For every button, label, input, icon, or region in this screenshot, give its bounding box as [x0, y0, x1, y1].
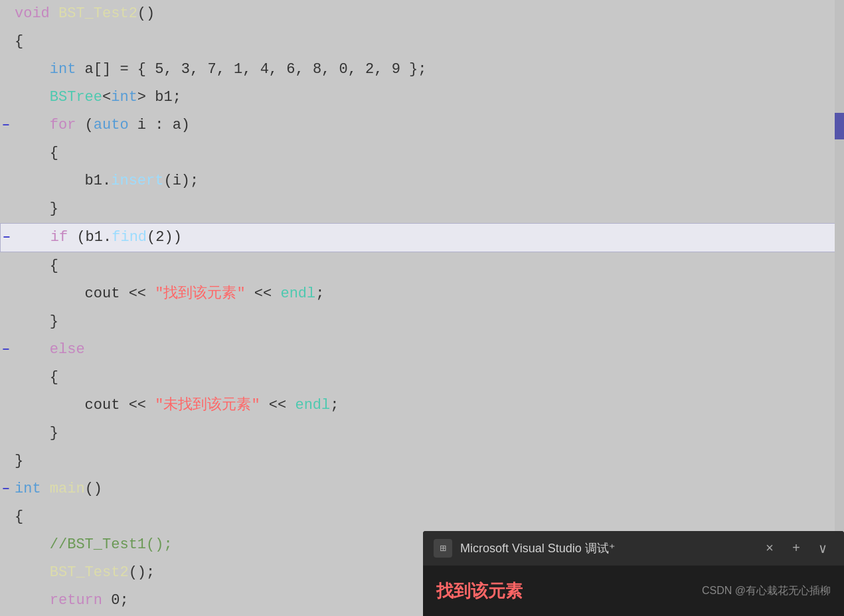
code-token: for — [50, 117, 76, 133]
code-line: } — [0, 447, 844, 475]
code-token — [15, 61, 50, 78]
line-content: { — [12, 29, 844, 54]
code-line: b1.insert(i); — [0, 167, 844, 195]
line-content: { — [12, 365, 844, 390]
code-token: > b1; — [137, 89, 181, 106]
line-content: b1.insert(i); — [12, 169, 844, 194]
code-line: − for (auto i : a) — [0, 112, 844, 139]
code-token: < — [102, 89, 111, 106]
code-token: (i); — [163, 173, 199, 189]
code-token: endl — [280, 285, 315, 302]
notification-add-button[interactable]: + — [786, 538, 807, 559]
line-gutter: − — [0, 343, 12, 356]
code-token — [15, 536, 50, 553]
code-token — [41, 481, 50, 497]
code-token: "找到该元素" — [155, 285, 245, 302]
code-token: (); — [129, 564, 155, 581]
line-gutter: − — [0, 119, 12, 132]
code-token: int — [111, 89, 137, 106]
code-token: () — [137, 5, 155, 22]
scrollbar-track[interactable] — [835, 0, 844, 616]
code-token: ( — [76, 117, 93, 133]
line-content: { — [12, 141, 844, 166]
code-token: //BST_Test1(); — [50, 536, 173, 553]
notification-header: ⊞ Microsoft Visual Studio 调试⁺ × + ∨ — [423, 531, 844, 566]
code-token: find — [112, 229, 147, 246]
code-token: ; — [315, 285, 324, 302]
code-line: cout << "找到该元素" << endl; — [0, 280, 844, 308]
code-line: { — [0, 252, 844, 280]
code-token: endl — [295, 397, 330, 414]
notification-icon: ⊞ — [434, 539, 452, 558]
code-token: (2)) — [147, 229, 182, 246]
code-line: } — [0, 195, 844, 223]
line-content: } — [12, 449, 844, 474]
code-token: { — [15, 33, 23, 50]
notification-body: 找到该元素 CSDN @有心栽花无心插柳 — [423, 566, 844, 616]
notification-popup: ⊞ Microsoft Visual Studio 调试⁺ × + ∨ 找到该元… — [423, 531, 844, 616]
code-token: BST_Test2 — [58, 5, 137, 22]
code-token — [15, 89, 50, 106]
code-line: } — [0, 308, 844, 336]
code-token: } — [15, 313, 58, 330]
vs-icon: ⊞ — [440, 542, 446, 555]
code-token: << — [260, 397, 295, 414]
line-content: } — [12, 309, 844, 335]
line-content: BSTree<int> b1; — [12, 85, 844, 110]
line-content: cout << "未找到该元素" << endl; — [12, 393, 844, 418]
line-content: void BST_Test2() — [12, 1, 844, 27]
line-content: if (b1.find(2)) — [13, 225, 843, 250]
line-gutter: − — [0, 483, 12, 496]
code-token: ; — [330, 397, 339, 414]
code-token: BST_Test2 — [50, 564, 129, 581]
code-token: void — [15, 5, 58, 22]
code-line: int a[] = { 5, 3, 7, 1, 4, 6, 8, 0, 2, 9… — [0, 56, 844, 84]
code-token: main — [50, 481, 85, 497]
code-token: cout << — [15, 285, 155, 302]
code-token — [15, 341, 50, 358]
notification-expand-button[interactable]: ∨ — [812, 538, 833, 559]
code-token: else — [50, 341, 85, 358]
code-token: cout << — [15, 397, 155, 414]
code-token: b1. — [15, 173, 111, 189]
code-token: return — [50, 592, 102, 609]
code-token: (b1. — [68, 229, 112, 246]
code-token: auto — [94, 117, 129, 133]
code-token: BSTree — [50, 89, 102, 106]
code-token: } — [15, 200, 58, 217]
line-content: int a[] = { 5, 3, 7, 1, 4, 6, 8, 0, 2, 9… — [12, 57, 844, 82]
notification-close-button[interactable]: × — [759, 538, 780, 559]
code-line: void BST_Test2() — [0, 0, 844, 28]
code-token — [15, 592, 50, 609]
code-token: a[] = { 5, 3, 7, 1, 4, 6, 8, 0, 2, 9 }; — [76, 61, 426, 78]
code-line: BSTree<int> b1; — [0, 84, 844, 112]
code-line: } — [0, 420, 844, 447]
scrollbar-thumb[interactable] — [835, 113, 844, 139]
line-content: { — [12, 254, 844, 279]
line-content: else — [12, 337, 844, 362]
code-token: if — [50, 229, 68, 246]
code-token: { — [15, 258, 58, 274]
code-token: } — [15, 425, 58, 441]
code-line: { — [0, 503, 844, 531]
line-content: int main() — [12, 477, 844, 502]
notification-credit: CSDN @有心栽花无心插柳 — [702, 584, 831, 598]
code-line: { — [0, 139, 844, 167]
code-token: { — [15, 508, 23, 525]
code-line: − else — [0, 336, 844, 364]
code-token: { — [15, 145, 58, 161]
code-token — [15, 229, 50, 246]
code-token — [15, 117, 50, 133]
code-token: { — [15, 369, 58, 386]
line-content: } — [12, 421, 844, 446]
line-content: { — [12, 504, 844, 530]
code-token: << — [246, 285, 281, 302]
code-line: −int main() — [0, 475, 844, 503]
code-container: void BST_Test2(){ int a[] = { 5, 3, 7, 1… — [0, 0, 844, 616]
code-token: int — [15, 481, 41, 497]
line-content: } — [12, 196, 844, 222]
code-token: insert — [111, 173, 163, 189]
code-token — [15, 564, 50, 581]
notification-message: 找到该元素 — [436, 579, 702, 603]
code-token: 0; — [102, 592, 129, 609]
